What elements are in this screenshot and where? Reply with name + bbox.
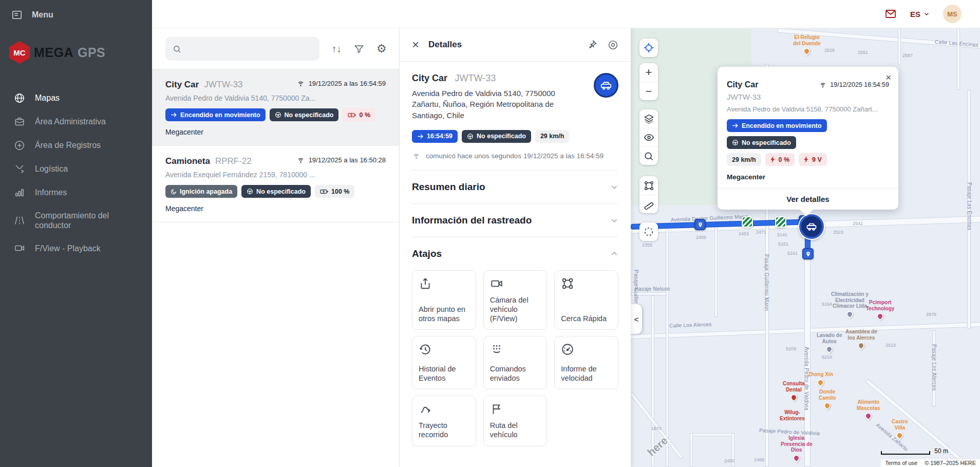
popup-close-button[interactable]: × <box>885 72 891 83</box>
street <box>690 433 734 436</box>
status-time-badge: 16:54:59 <box>412 130 458 143</box>
shortcut-open-in-maps[interactable]: Abrir punto en otros mapas <box>412 270 476 330</box>
search-input[interactable] <box>186 45 312 53</box>
sidebar-item-fview-playback[interactable]: F/View - Playback <box>0 236 152 260</box>
radius-control <box>639 222 658 241</box>
moon-icon <box>171 189 177 195</box>
layers-button[interactable] <box>639 109 658 128</box>
speed-badge: 29 km/h <box>727 153 761 166</box>
house-number: 2471 <box>756 230 766 235</box>
shortcut-sent-commands[interactable]: Comandos enviados <box>483 336 548 389</box>
house-number: 2405 <box>696 235 706 240</box>
bolt-icon <box>804 156 809 163</box>
dashed-circle-icon <box>643 226 654 237</box>
close-details-button[interactable]: × <box>412 39 419 51</box>
zoom-out-button[interactable]: − <box>639 82 658 100</box>
sidebar-item-mapas[interactable]: Mapas <box>0 86 152 110</box>
sidebar-item-area-registros[interactable]: Área de Registros <box>0 134 152 157</box>
shortcut-quick-geofence[interactable]: Cerca Rápida <box>554 270 618 330</box>
vehicle-marker[interactable] <box>799 214 824 239</box>
poi: Pcimport Technology <box>866 300 894 320</box>
settings-button[interactable]: ⚙ <box>376 43 387 54</box>
street-label: Calle Los Alerces <box>669 322 712 329</box>
map-popup: × City Car 19/12/2025 16:54:59 JWTW-33 A… <box>718 67 898 210</box>
radius-select-button[interactable] <box>639 222 658 241</box>
steering-wheel-icon <box>732 139 739 146</box>
visibility-button[interactable] <box>639 128 658 146</box>
ruler-button[interactable] <box>639 195 658 213</box>
shortcuts-grid: Abrir punto en otros mapas Cámara del ve… <box>412 270 618 454</box>
car-icon <box>599 79 613 92</box>
topbar: ES MS <box>152 0 980 28</box>
house-number: 2541 <box>853 221 863 226</box>
sidebar-item-informes[interactable]: Informes <box>0 181 152 204</box>
menu-label: Menu <box>32 10 53 20</box>
steering-wheel-icon <box>275 111 281 118</box>
copyright-label: © 1987–2025 HERE <box>925 460 976 466</box>
event-marker[interactable] <box>742 216 753 228</box>
vehicle-card-city-car[interactable]: City Car JWTW-33 19/12/2025 a las 16:54:… <box>152 69 399 146</box>
house-number: 5151 <box>778 241 788 247</box>
battery-icon <box>320 189 328 195</box>
sidebar-item-logistica[interactable]: Logística <box>0 157 152 181</box>
view-details-button[interactable]: Ver detalles <box>718 188 898 210</box>
messages-button[interactable] <box>884 8 897 20</box>
sidebar-item-label: Logística <box>35 164 68 174</box>
terms-of-use-link[interactable]: Terms of use <box>885 460 917 466</box>
house-number: 2587 <box>902 53 913 58</box>
section-resumen-diario[interactable]: Resumen diario <box>412 170 618 203</box>
shortcut-speed-report[interactable]: Informe de velocidad <box>554 336 618 389</box>
poi: Donde Camilo <box>819 389 836 409</box>
scale-line <box>881 451 930 455</box>
section-atajos[interactable]: Atajos <box>412 237 618 270</box>
poi: Alimento Mascotas <box>857 399 880 419</box>
sidebar-item-comportamiento[interactable]: Comportamiento del conductor <box>0 204 152 236</box>
house-number: 2523 <box>833 230 843 235</box>
avatar[interactable]: MS <box>943 5 962 23</box>
crosshair-icon <box>643 42 654 53</box>
event-marker[interactable] <box>775 216 786 228</box>
poi: Lavado de Autos <box>817 332 842 352</box>
pin-panel-button[interactable] <box>587 40 597 50</box>
poi: Consulta Dental <box>783 381 805 401</box>
locate-button[interactable] <box>639 39 658 57</box>
street-label: Pasaje Nelson <box>635 286 670 292</box>
follow-vehicle-button[interactable] <box>608 40 618 50</box>
geofence-button[interactable] <box>639 176 658 195</box>
status-badge: Ignición apagada <box>165 185 237 198</box>
details-title: Detalles <box>428 40 462 50</box>
map-canvas[interactable]: Avenida Doctor Guillermo Mann Calle Las … <box>631 28 980 467</box>
filter-button[interactable] <box>354 44 364 54</box>
ruler-icon <box>644 199 654 210</box>
popup-vehicle-plate: JWTW-33 <box>727 92 889 101</box>
shortcut-event-history[interactable]: Historial de Eventos <box>412 336 476 389</box>
sidebar-item-area-administrativa[interactable]: Área Administrativa <box>0 110 152 134</box>
shortcut-vehicle-camera[interactable]: Cámara del vehículo (F/View) <box>483 270 548 330</box>
zoom-in-button[interactable]: + <box>639 63 658 82</box>
sidebar-item-label: Comportamiento del conductor <box>35 211 133 230</box>
shortcut-traveled-route[interactable]: Trayecto recorrido <box>412 396 476 446</box>
poi: Climatización y Electricidad Climacor Lt… <box>831 291 869 317</box>
vehicle-card-camioneta[interactable]: Camioneta RPRF-22 19/12/2025 a las 16:50… <box>152 146 399 222</box>
brand-logo[interactable]: MC MEGAGPS <box>0 30 152 69</box>
section-informacion-rastreado[interactable]: Información del rastreado <box>412 203 618 237</box>
status-badge: Encendido en movimiento <box>727 119 827 132</box>
collapse-panel-button[interactable]: < <box>631 304 642 334</box>
stop-marker[interactable] <box>802 248 814 259</box>
language-label: ES <box>910 10 920 18</box>
sort-button[interactable]: ↑↓ <box>332 44 342 54</box>
signal-icon <box>412 152 421 160</box>
sidebar-item-label: Mapas <box>35 93 60 103</box>
sidebar: Menu MC MEGAGPS Mapas Área Administrativ… <box>0 0 152 467</box>
language-selector[interactable]: ES <box>910 10 930 18</box>
status-badge: Encendido en movimiento <box>165 108 266 121</box>
driver-badge: No especificado <box>241 185 311 198</box>
battery-icon <box>348 112 356 118</box>
shortcut-vehicle-route[interactable]: Ruta del vehículo <box>483 396 548 446</box>
vehicle-timestamp: 19/12/2025 a las 16:54:59 <box>309 80 386 87</box>
arrow-right-icon <box>732 123 739 128</box>
stop-marker[interactable] <box>694 219 706 230</box>
menu-button[interactable]: Menu <box>0 0 152 30</box>
signal-icon <box>819 81 827 88</box>
map-search-button[interactable] <box>639 146 658 165</box>
